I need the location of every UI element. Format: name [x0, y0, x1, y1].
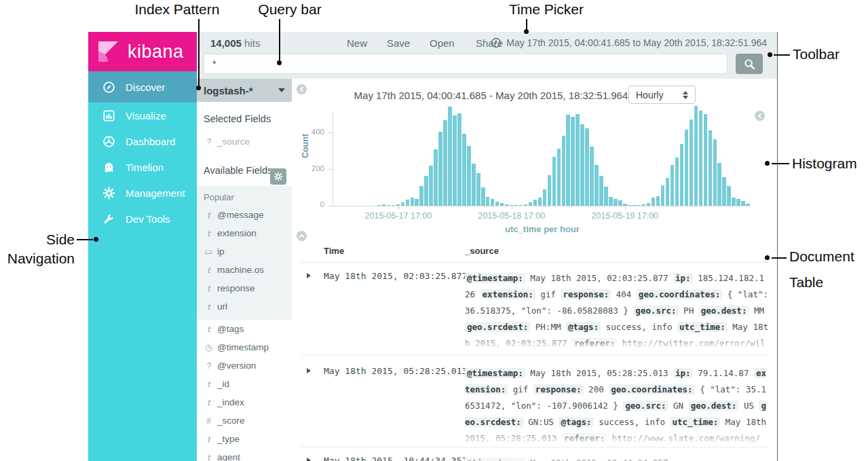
- field-item-machine.os[interactable]: tmachine.os: [197, 261, 292, 279]
- interval-select[interactable]: Hourly: [628, 86, 696, 104]
- histogram-bar[interactable]: [614, 199, 617, 206]
- histogram-bar[interactable]: [732, 198, 735, 206]
- sidebar-item-visualize[interactable]: Visualize: [88, 103, 197, 128]
- histogram-bar[interactable]: [472, 164, 475, 206]
- toolbar-new-button[interactable]: New: [347, 37, 367, 49]
- histogram-bar[interactable]: [562, 136, 565, 206]
- index-pattern-selector[interactable]: logstash-*: [197, 79, 292, 102]
- time-picker[interactable]: May 17th 2015, 04:00:41.685 to May 20th …: [491, 37, 767, 48]
- histogram-bar[interactable]: [382, 204, 385, 206]
- sidebar-item-management[interactable]: Management: [88, 180, 197, 206]
- histogram-bar[interactable]: [661, 185, 664, 206]
- histogram-bar[interactable]: [411, 198, 414, 206]
- field-item-agent[interactable]: tagent: [197, 448, 292, 461]
- sidebar-item-discover[interactable]: Discover: [88, 71, 197, 103]
- expand-row-button[interactable]: [307, 368, 311, 373]
- histogram-bar[interactable]: [652, 198, 655, 206]
- histogram-bar[interactable]: [538, 198, 542, 206]
- sidebar-item-dashboard[interactable]: Dashboard: [88, 128, 197, 154]
- histogram-bar[interactable]: [590, 147, 593, 206]
- histogram-bar[interactable]: [699, 111, 702, 206]
- field-item-@message[interactable]: t@message: [197, 206, 292, 224]
- histogram-bar[interactable]: [533, 200, 537, 206]
- histogram-bar[interactable]: [481, 187, 485, 206]
- histogram-bar[interactable]: [467, 146, 470, 206]
- field-settings-button[interactable]: [270, 168, 286, 185]
- histogram-bar[interactable]: [514, 205, 518, 206]
- field-item-_type[interactable]: t_type: [197, 430, 292, 448]
- histogram-bar[interactable]: [709, 130, 712, 206]
- histogram-bar[interactable]: [690, 119, 693, 206]
- histogram-bar[interactable]: [736, 199, 740, 206]
- expand-row-button[interactable]: [307, 458, 311, 461]
- histogram-bar[interactable]: [746, 204, 749, 206]
- histogram-bar[interactable]: [642, 204, 645, 206]
- field-item-@tags[interactable]: t@tags: [197, 320, 292, 338]
- histogram-bar[interactable]: [566, 115, 569, 206]
- histogram-bar[interactable]: [401, 202, 404, 206]
- histogram-bar[interactable]: [476, 173, 480, 206]
- histogram-bar[interactable]: [457, 113, 461, 206]
- histogram-bar[interactable]: [529, 202, 532, 206]
- histogram-bar[interactable]: [500, 203, 504, 206]
- histogram-bar[interactable]: [495, 202, 499, 206]
- histogram-bar[interactable]: [628, 205, 631, 206]
- field-item-_id[interactable]: t_id: [197, 375, 292, 393]
- toolbar-open-button[interactable]: Open: [430, 37, 455, 49]
- histogram-bar[interactable]: [443, 120, 447, 206]
- sidebar-item-dev-tools[interactable]: Dev Tools: [88, 206, 197, 232]
- histogram-bar[interactable]: [694, 106, 698, 206]
- histogram-bar[interactable]: [704, 114, 707, 206]
- column-header-time[interactable]: Time: [324, 246, 344, 256]
- field-item-_index[interactable]: t_index: [197, 393, 292, 411]
- field-item-response[interactable]: tresponse: [197, 279, 292, 297]
- histogram-bar[interactable]: [575, 114, 579, 206]
- histogram-bar[interactable]: [666, 178, 669, 206]
- histogram-bar[interactable]: [675, 158, 679, 206]
- sidebar-item-timelion[interactable]: Timelion: [88, 154, 197, 180]
- histogram-bar[interactable]: [618, 200, 622, 206]
- field-item-_score[interactable]: #_score: [197, 411, 292, 430]
- histogram-bar[interactable]: [438, 132, 442, 206]
- histogram-bar[interactable]: [524, 204, 527, 206]
- field-item-_source[interactable]: ?_source: [197, 132, 292, 151]
- histogram-bar[interactable]: [633, 205, 636, 206]
- histogram-bar[interactable]: [392, 205, 395, 206]
- histogram-bar[interactable]: [727, 186, 730, 206]
- histogram-bar[interactable]: [685, 130, 688, 206]
- histogram-bar[interactable]: [434, 149, 437, 206]
- histogram-bar[interactable]: [571, 117, 574, 206]
- column-header-source[interactable]: _source: [465, 246, 499, 256]
- field-item-url[interactable]: turl: [197, 297, 292, 316]
- histogram-bar[interactable]: [505, 204, 508, 206]
- field-item-@timestamp[interactable]: ◷@timestamp: [197, 338, 292, 356]
- histogram-bar[interactable]: [647, 203, 650, 206]
- collapse-histogram-button[interactable]: [297, 231, 307, 241]
- histogram-bar[interactable]: [599, 176, 603, 206]
- histogram-bar[interactable]: [406, 200, 409, 206]
- histogram-bar[interactable]: [722, 177, 725, 206]
- field-item-@version[interactable]: ?@version: [197, 356, 292, 375]
- kibana-logo[interactable]: kibana: [88, 32, 197, 71]
- field-item-extension[interactable]: textension: [197, 224, 292, 242]
- histogram-bar[interactable]: [680, 144, 683, 206]
- histogram-bar[interactable]: [609, 197, 612, 206]
- histogram-bar[interactable]: [519, 205, 523, 206]
- histogram-bar[interactable]: [557, 149, 561, 206]
- histogram-bar[interactable]: [462, 134, 466, 206]
- histogram-bar[interactable]: [486, 197, 489, 206]
- histogram-bar[interactable]: [491, 199, 494, 206]
- histogram-bar[interactable]: [424, 176, 428, 206]
- histogram-bar[interactable]: [585, 128, 588, 206]
- query-input[interactable]: [204, 54, 728, 74]
- histogram-bar[interactable]: [377, 205, 381, 206]
- histogram-bar[interactable]: [453, 115, 456, 206]
- histogram-bar[interactable]: [552, 157, 556, 206]
- field-item-ip[interactable]: ▭ip: [197, 242, 292, 261]
- histogram-bar[interactable]: [448, 107, 451, 206]
- histogram-bar[interactable]: [717, 163, 721, 206]
- histogram-bar[interactable]: [543, 189, 546, 206]
- collapse-right-button[interactable]: [755, 111, 765, 121]
- histogram-bar[interactable]: [415, 199, 418, 206]
- histogram-bar[interactable]: [548, 175, 551, 206]
